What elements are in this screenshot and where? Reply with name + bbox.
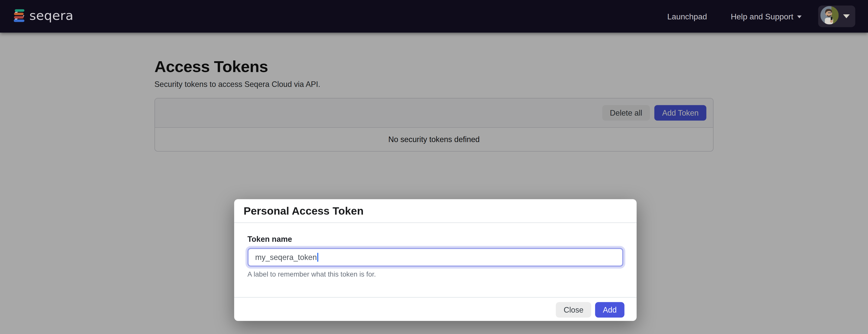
seqera-logo[interactable]: seqera xyxy=(13,8,73,25)
nav-link-launchpad[interactable]: Launchpad xyxy=(668,12,707,21)
token-name-input[interactable]: my_seqera_token xyxy=(248,248,623,267)
user-avatar xyxy=(820,6,838,27)
navbar-right: Launchpad Help and Support xyxy=(668,5,856,27)
token-name-help: A label to remember what this token is f… xyxy=(248,270,623,278)
token-name-label: Token name xyxy=(248,234,623,243)
caret-down-icon xyxy=(797,15,802,19)
modal-title: Personal Access Token xyxy=(244,204,364,216)
user-menu-button[interactable] xyxy=(818,5,855,27)
text-cursor xyxy=(317,253,318,262)
nav-link-help-label: Help and Support xyxy=(731,12,794,21)
app-window: seqera Launchpad Help and Support xyxy=(0,0,868,334)
personal-access-token-modal: Personal Access Token Token name my_seqe… xyxy=(234,199,637,321)
avatar-caret-down-icon xyxy=(843,14,849,18)
seqera-logo-icon xyxy=(13,8,25,25)
add-button[interactable]: Add xyxy=(595,302,624,318)
navbar: seqera Launchpad Help and Support xyxy=(0,0,868,33)
nav-link-help-and-support[interactable]: Help and Support xyxy=(731,12,802,21)
modal-body: Token name my_seqera_token A label to re… xyxy=(234,223,637,297)
modal-footer: Close Add xyxy=(234,297,637,321)
close-button[interactable]: Close xyxy=(556,302,591,318)
nav-link-launchpad-label: Launchpad xyxy=(668,12,707,21)
brand-wordmark: seqera xyxy=(29,8,73,23)
token-name-value: my_seqera_token xyxy=(255,253,317,262)
modal-header: Personal Access Token xyxy=(234,199,637,223)
